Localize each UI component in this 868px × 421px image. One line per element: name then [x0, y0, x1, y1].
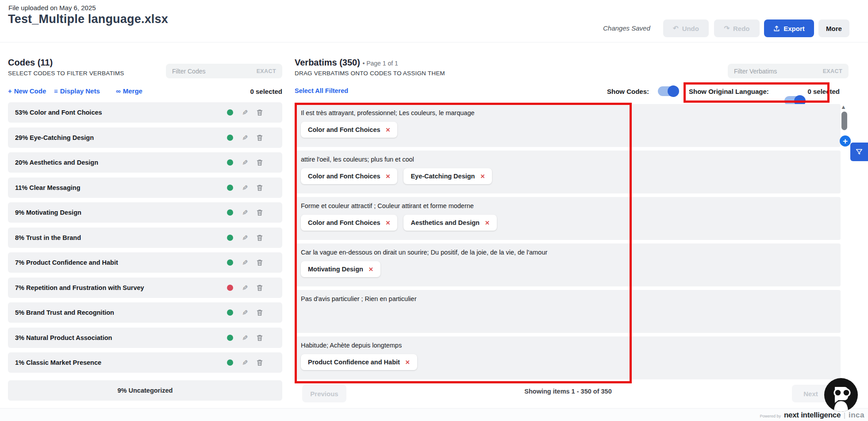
filter-codes-exact-toggle[interactable]: EXACT	[257, 68, 276, 74]
powered-by-label: Powered by	[760, 414, 781, 418]
scrollbar-up-arrow[interactable]: ▲	[841, 104, 846, 110]
code-row[interactable]: 9% Motivating Design✎	[8, 202, 282, 223]
edit-code-icon[interactable]: ✎	[242, 309, 248, 317]
remove-tag-icon[interactable]: ✕	[405, 359, 410, 366]
code-color-dot[interactable]	[227, 259, 233, 266]
code-row-icons: ✎	[227, 359, 275, 367]
filter-codes-placeholder: Filter Codes	[172, 68, 205, 75]
select-all-filtered-link[interactable]: Select All Filtered	[295, 87, 348, 94]
edit-code-icon[interactable]: ✎	[242, 334, 248, 342]
delete-code-icon[interactable]	[257, 184, 263, 191]
code-row-icons: ✎	[227, 209, 275, 217]
code-row[interactable]: 7% Repetition and Frustration with Surve…	[8, 278, 282, 298]
filter-verbatims-exact-toggle[interactable]: EXACT	[823, 68, 842, 74]
filter-codes-input[interactable]: Filter Codes EXACT	[166, 64, 282, 78]
delete-code-icon[interactable]	[257, 234, 263, 241]
verbatim-row[interactable]: Forme et couleur attractif ; Couleur att…	[295, 197, 841, 240]
code-row[interactable]: 29% Eye-Catching Design✎	[8, 127, 282, 148]
code-row[interactable]: 11% Clear Messaging✎	[8, 178, 282, 198]
code-color-dot[interactable]	[227, 209, 233, 216]
code-color-dot[interactable]	[227, 309, 233, 316]
undo-label: Undo	[682, 25, 699, 32]
verbatim-row[interactable]: Il est très attrayant, professionnel; Le…	[295, 104, 841, 147]
more-button[interactable]: More	[818, 19, 849, 37]
edit-code-icon[interactable]: ✎	[242, 108, 248, 117]
scrollbar-thumb[interactable]	[841, 112, 847, 130]
code-label: 7% Product Confidence and Habit	[15, 259, 118, 266]
code-label: 20% Aesthetics and Design	[15, 159, 98, 166]
uncategorized-row[interactable]: 9% Uncategorized	[8, 380, 282, 401]
delete-code-icon[interactable]	[257, 209, 263, 216]
merge-button[interactable]: ∞ Merge	[116, 87, 142, 95]
edit-code-icon[interactable]: ✎	[242, 359, 248, 367]
export-upload-icon	[773, 25, 780, 32]
display-nets-button[interactable]: ≡ Display Nets	[54, 87, 100, 95]
new-code-label: New Code	[14, 87, 46, 95]
edit-code-icon[interactable]: ✎	[242, 158, 248, 167]
remove-tag-icon[interactable]: ✕	[386, 127, 391, 133]
code-color-dot[interactable]	[227, 235, 233, 241]
code-label: 5% Brand Trust and Recognition	[15, 309, 114, 316]
remove-tag-icon[interactable]: ✕	[369, 266, 373, 273]
delete-code-icon[interactable]	[257, 284, 263, 291]
edit-code-icon[interactable]: ✎	[242, 234, 248, 242]
remove-tag-icon[interactable]: ✕	[386, 173, 391, 180]
code-label: 11% Clear Messaging	[15, 184, 81, 191]
edit-code-icon[interactable]: ✎	[242, 209, 248, 217]
code-color-dot[interactable]	[227, 109, 233, 116]
remove-tag-icon[interactable]: ✕	[485, 220, 490, 226]
edit-code-icon[interactable]: ✎	[242, 284, 248, 292]
assistant-avatar-button[interactable]	[824, 378, 858, 412]
delete-code-icon[interactable]	[257, 334, 263, 341]
verbatim-row[interactable]: attire l'oeil, les couleurs; plus fun et…	[295, 151, 841, 193]
code-label: 7% Repetition and Frustration with Surve…	[15, 284, 144, 291]
code-row[interactable]: 8% Trust in the Brand✎	[8, 228, 282, 248]
code-row[interactable]: 3% Natural Product Association✎	[8, 328, 282, 348]
filter-verbatims-input[interactable]: Filter Verbatims EXACT	[728, 64, 849, 78]
code-row-icons: ✎	[227, 259, 275, 267]
edit-code-icon[interactable]: ✎	[242, 134, 248, 142]
code-color-dot[interactable]	[227, 359, 233, 366]
edit-code-icon[interactable]: ✎	[242, 259, 248, 267]
code-row[interactable]: 7% Product Confidence and Habit✎	[8, 252, 282, 273]
code-row[interactable]: 20% Aesthetics and Design✎	[8, 152, 282, 173]
previous-page-button[interactable]: Previous	[302, 385, 346, 402]
footer-logo: Powered by next intelligence | inca	[760, 411, 864, 420]
code-color-dot[interactable]	[227, 135, 233, 141]
undo-button[interactable]: ↶ Undo	[663, 19, 709, 37]
more-label: More	[826, 25, 842, 32]
redo-button[interactable]: ↷ Redo	[714, 19, 760, 37]
verbatim-text: Pas d'avis particulier ; Rien en particu…	[301, 295, 416, 302]
filter-floating-button[interactable]	[850, 143, 868, 161]
remove-tag-icon[interactable]: ✕	[386, 220, 391, 226]
code-row-icons: ✎	[227, 309, 275, 317]
code-tag: Eye-Catching Design✕	[403, 168, 492, 184]
code-color-dot[interactable]	[227, 185, 233, 191]
export-label: Export	[784, 25, 805, 32]
verbatim-row[interactable]: Car la vague en-dessous on dirait un sou…	[295, 243, 841, 286]
code-row[interactable]: 1% Classic Market Presence✎	[8, 352, 282, 373]
code-color-dot[interactable]	[227, 285, 233, 291]
delete-code-icon[interactable]	[257, 109, 263, 116]
code-tag-label: Product Confidence and Habit	[308, 359, 400, 366]
code-label: 3% Natural Product Association	[15, 334, 112, 341]
code-color-dot[interactable]	[227, 159, 233, 166]
delete-code-icon[interactable]	[257, 259, 263, 266]
verbatim-row[interactable]: Habitude; Achète depuis longtempsProduct…	[295, 336, 841, 379]
edit-code-icon[interactable]: ✎	[242, 184, 248, 192]
export-button[interactable]: Export	[764, 19, 814, 37]
redo-label: Redo	[733, 25, 750, 32]
delete-code-icon[interactable]	[257, 159, 263, 166]
delete-code-icon[interactable]	[257, 134, 263, 141]
delete-code-icon[interactable]	[257, 309, 263, 316]
add-floating-button[interactable]: +	[840, 135, 851, 147]
code-row[interactable]: 53% Color and Font Choices✎	[8, 102, 282, 123]
delete-code-icon[interactable]	[257, 359, 263, 366]
show-codes-toggle[interactable]	[658, 86, 678, 96]
verbatim-text: attire l'oeil, les couleurs; plus fun et…	[301, 156, 414, 163]
new-code-button[interactable]: + New Code	[8, 87, 46, 95]
remove-tag-icon[interactable]: ✕	[480, 173, 485, 180]
code-row[interactable]: 5% Brand Trust and Recognition✎	[8, 302, 282, 323]
code-color-dot[interactable]	[227, 335, 233, 341]
verbatim-row[interactable]: Pas d'avis particulier ; Rien en particu…	[295, 290, 841, 333]
